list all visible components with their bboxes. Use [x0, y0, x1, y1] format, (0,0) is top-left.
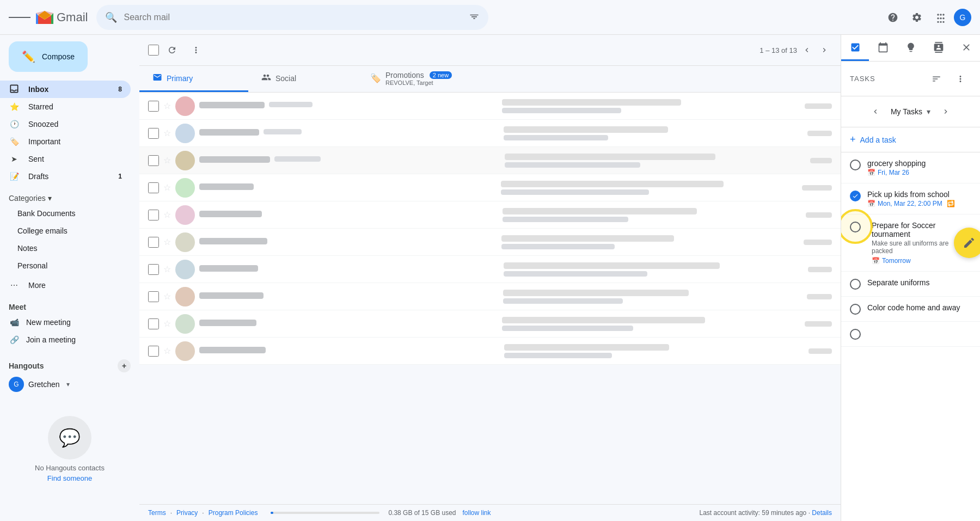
panel-tab-calendar[interactable] — [869, 35, 897, 61]
email-checkbox[interactable] — [148, 346, 159, 357]
table-row[interactable]: ☆ — [139, 201, 841, 229]
table-row[interactable]: ☆ — [139, 310, 841, 338]
sidebar-item-bank-documents[interactable]: Bank Documents — [0, 205, 131, 222]
tasks-prev-button[interactable] — [865, 101, 886, 122]
tab-primary[interactable]: Primary — [139, 66, 248, 92]
panel-close-button[interactable] — [952, 35, 980, 61]
email-checkbox[interactable] — [148, 318, 159, 329]
search-filter-button[interactable] — [469, 11, 480, 23]
star-icon[interactable]: ☆ — [163, 155, 171, 166]
drafts-label: Drafts — [28, 172, 48, 181]
panel-tab-contacts[interactable] — [924, 35, 952, 61]
tab-promotions[interactable]: 🏷️ Promotions 2 new REVOLVE, Target — [357, 66, 466, 92]
table-row[interactable]: ☆ — [139, 256, 841, 283]
table-row[interactable]: ☆ — [139, 283, 841, 310]
more-options-button[interactable] — [185, 39, 207, 61]
task-item-color-code[interactable]: Color code home and away — [841, 297, 980, 322]
sidebar-item-more[interactable]: ⋯ More — [0, 277, 131, 294]
prev-page-button[interactable] — [799, 42, 814, 58]
sidebar-item-notes[interactable]: Notes — [0, 240, 131, 257]
edit-task-button[interactable] — [954, 228, 980, 258]
star-icon[interactable]: ☆ — [163, 237, 171, 247]
tasks-more-button[interactable] — [950, 68, 971, 90]
email-checkbox[interactable] — [148, 182, 159, 193]
star-icon[interactable]: ☆ — [163, 318, 171, 329]
email-checkbox[interactable] — [148, 155, 159, 166]
terms-link[interactable]: Terms — [148, 509, 166, 517]
details-link[interactable]: Details — [812, 509, 832, 517]
task-checkbox-empty[interactable] — [850, 329, 861, 340]
email-checkbox[interactable] — [148, 210, 159, 220]
privacy-link[interactable]: Privacy — [176, 509, 198, 517]
tasks-list-nav: My Tasks ▾ — [841, 96, 980, 127]
table-row[interactable]: ☆ — [139, 93, 841, 120]
sidebar-item-join-meeting[interactable]: 🔗 Join a meeting — [9, 331, 131, 348]
tab-social[interactable]: Social — [248, 66, 357, 92]
tasks-next-button[interactable] — [935, 101, 957, 122]
task-checkbox-uniforms[interactable] — [850, 279, 861, 290]
add-task-button[interactable]: + Add a task — [841, 127, 980, 152]
compose-button[interactable]: ✏️ Compose — [9, 41, 88, 72]
table-row[interactable]: ☆ — [139, 174, 841, 201]
hangouts-find-someone-link[interactable]: Find someone — [47, 474, 92, 482]
star-icon[interactable]: ☆ — [163, 264, 171, 274]
sidebar-item-important[interactable]: 🏷️ Important — [0, 133, 131, 150]
star-icon[interactable]: ☆ — [163, 346, 171, 356]
refresh-button[interactable] — [161, 39, 183, 61]
settings-button[interactable] — [906, 7, 928, 28]
task-item-grocery-shopping[interactable]: grocery shopping 📅 Fri, Mar 26 — [841, 152, 980, 183]
table-row[interactable]: ☆ — [139, 147, 841, 174]
task-checkbox-soccer[interactable] — [850, 222, 861, 232]
search-input[interactable] — [124, 13, 462, 22]
hangouts-username: Gretchen — [28, 380, 60, 389]
sidebar-item-sent[interactable]: ➤ Sent — [0, 150, 131, 168]
sidebar-item-starred[interactable]: ⭐ Starred — [0, 98, 131, 115]
task-item-separate-uniforms[interactable]: Separate uniforms — [841, 272, 980, 297]
table-row[interactable]: ☆ — [139, 338, 841, 365]
gmail-logo: Gmail — [35, 8, 88, 27]
follow-link[interactable]: follow link — [462, 509, 491, 517]
star-icon[interactable]: ☆ — [163, 101, 171, 111]
panel-tab-keep[interactable] — [897, 35, 924, 61]
sidebar-item-drafts[interactable]: 📝 Drafts 1 — [0, 168, 131, 185]
table-row[interactable]: ☆ — [139, 120, 841, 147]
next-page-button[interactable] — [817, 42, 832, 58]
avatar[interactable]: G — [954, 9, 971, 26]
support-button[interactable] — [882, 7, 904, 28]
task-item-empty[interactable] — [841, 322, 980, 347]
sidebar-item-college-emails[interactable]: College emails — [0, 222, 131, 240]
table-row[interactable]: ☆ — [139, 229, 841, 256]
sidebar-item-snoozed[interactable]: 🕐 Snoozed — [0, 115, 131, 133]
apps-button[interactable] — [930, 7, 952, 28]
star-icon[interactable]: ☆ — [163, 128, 171, 138]
tasks-dropdown-icon[interactable]: ▾ — [927, 107, 930, 116]
task-item-soccer-tournament[interactable]: Prepare for Soccer tournament Make sure … — [841, 214, 980, 272]
join-icon: 🔗 — [9, 335, 20, 344]
program-policies-link[interactable]: Program Policies — [209, 509, 258, 517]
star-icon[interactable]: ☆ — [163, 210, 171, 220]
select-all-checkbox[interactable] — [148, 45, 159, 56]
panel-tab-tasks[interactable] — [841, 35, 869, 61]
search-bar[interactable]: 🔍 — [96, 5, 488, 30]
task-item-pick-up-kids[interactable]: Pick up kids from school 📅 Mon, Mar 22, … — [841, 183, 980, 214]
task-title-color-code: Color code home and away — [867, 303, 971, 312]
email-checkbox[interactable] — [148, 291, 159, 302]
email-checkbox[interactable] — [148, 237, 159, 248]
sidebar-item-inbox[interactable]: Inbox 8 — [0, 81, 131, 98]
star-icon[interactable]: ☆ — [163, 182, 171, 193]
categories-label[interactable]: Categories ▾ — [0, 189, 139, 205]
sidebar-item-new-meeting[interactable]: 📹 New meeting — [9, 314, 131, 331]
hangouts-user-item[interactable]: G Gretchen ▾ — [9, 375, 131, 394]
sidebar-item-personal[interactable]: Personal — [0, 257, 131, 274]
star-icon[interactable]: ☆ — [163, 291, 171, 302]
email-checkbox[interactable] — [148, 264, 159, 275]
email-checkbox[interactable] — [148, 101, 159, 112]
email-checkbox[interactable] — [148, 128, 159, 139]
task-checkbox-pickup[interactable] — [850, 191, 861, 201]
task-checkbox-color-code[interactable] — [850, 304, 861, 315]
hangouts-add-button[interactable]: + — [118, 359, 131, 372]
tasks-sort-button[interactable] — [926, 68, 947, 90]
task-checkbox-grocery[interactable] — [850, 160, 861, 170]
calendar-icon-pickup: 📅 — [867, 200, 875, 207]
hamburger-button[interactable] — [9, 7, 30, 28]
